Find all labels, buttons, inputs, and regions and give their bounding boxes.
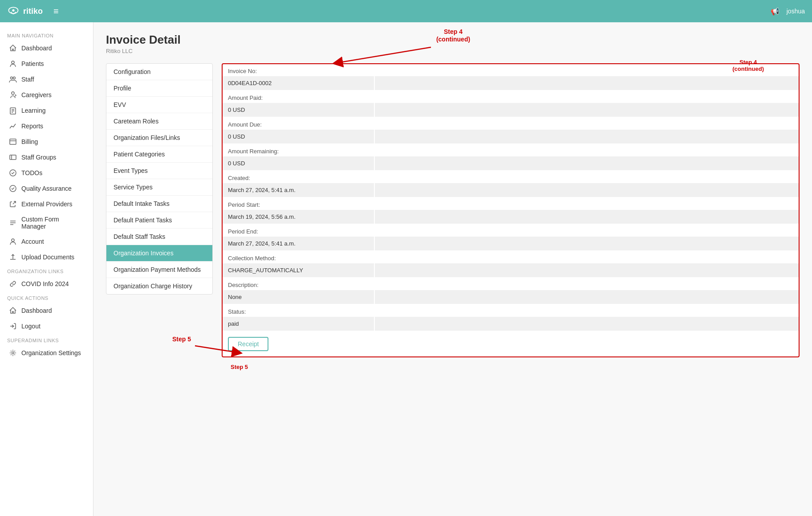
sidebar-item-upload-documents[interactable]: Upload Documents (2, 250, 91, 265)
app-logo[interactable]: ritiko (7, 5, 43, 17)
sidebar-item-org-settings[interactable]: Organization Settings (2, 345, 91, 360)
status-label: Status: (223, 305, 799, 317)
sidebar-dashboard-label: Dashboard (21, 45, 52, 52)
caregivers-icon (9, 91, 17, 99)
sidebar-item-qa-dashboard[interactable]: Dashboard (2, 303, 91, 318)
receipt-button[interactable]: Receipt (228, 337, 268, 351)
sidebar-item-external-providers[interactable]: External Providers (2, 197, 91, 212)
sidebar-reports-label: Reports (21, 123, 43, 130)
menu-item-service-types[interactable]: Service Types (106, 179, 212, 196)
staff-icon (9, 75, 17, 83)
menu-item-org-files[interactable]: Organization Files/Links (106, 130, 212, 146)
invoice-field-period-start: Period Start: March 19, 2024, 5:56 a.m. (223, 198, 799, 225)
sidebar: Main Navigation Dashboard Patients Staff… (0, 22, 93, 516)
sidebar-upload-label: Upload Documents (21, 254, 74, 261)
sidebar-covid-label: COVID Info 2024 (21, 280, 69, 287)
invoice-field-amount-paid: Amount Paid: 0 USD (223, 91, 799, 118)
sidebar-item-quality-assurance[interactable]: Quality Assurance (2, 181, 91, 196)
menu-item-careteam-roles[interactable]: Careteam Roles (106, 113, 212, 130)
sidebar-item-custom-form-manager[interactable]: Custom Form Manager (2, 212, 91, 233)
svg-point-3 (11, 77, 13, 79)
quick-actions-label: Quick Actions (0, 292, 93, 303)
description-label: Description: (223, 278, 799, 290)
sidebar-qa-dashboard-label: Dashboard (21, 307, 52, 314)
topbar-right: 📢 joshua (771, 7, 805, 16)
sidebar-org-settings-label: Organization Settings (21, 349, 81, 356)
sidebar-custom-form-label: Custom Form Manager (21, 216, 84, 230)
svg-rect-12 (10, 155, 16, 160)
menu-item-profile[interactable]: Profile (106, 80, 212, 97)
amount-due-value: 0 USD (223, 130, 374, 143)
period-start-value: March 19, 2024, 5:56 a.m. (223, 210, 374, 224)
sidebar-learning-label: Learning (21, 107, 46, 114)
period-start-extended (375, 210, 799, 224)
sidebar-staff-groups-label: Staff Groups (21, 154, 56, 161)
created-label: Created: (223, 171, 799, 183)
notification-icon[interactable]: 📢 (771, 7, 780, 16)
step5-annotation: Step 5 (231, 364, 248, 370)
sidebar-item-caregivers[interactable]: Caregivers (2, 87, 91, 102)
quality-assurance-icon (9, 184, 17, 192)
invoice-no-value: 0D04EA1D-0002 (223, 76, 374, 90)
amount-remaining-value: 0 USD (223, 156, 374, 170)
period-end-value: March 27, 2024, 5:41 a.m. (223, 237, 374, 250)
menu-item-patient-categories[interactable]: Patient Categories (106, 146, 212, 163)
sidebar-item-learning[interactable]: Learning (2, 103, 91, 118)
sidebar-item-patients[interactable]: Patients (2, 56, 91, 71)
amount-paid-value: 0 USD (223, 103, 374, 117)
account-icon (9, 238, 17, 246)
invoice-field-status: Status: paid (223, 305, 799, 332)
menu-item-org-invoices[interactable]: Organization Invoices (106, 245, 212, 262)
sidebar-item-staff[interactable]: Staff (2, 72, 91, 87)
custom-form-icon (9, 219, 17, 227)
page-title: Invoice Detail (106, 33, 800, 47)
home-icon (9, 44, 17, 52)
patients-icon (9, 60, 17, 68)
invoice-field-invoice-no: Invoice No: 0D04EA1D-0002 (223, 64, 799, 91)
menu-item-org-charge-history[interactable]: Organization Charge History (106, 278, 212, 294)
left-menu-panel: Configuration Profile EVV Careteam Roles… (106, 63, 213, 295)
sidebar-item-account[interactable]: Account (2, 234, 91, 249)
svg-point-22 (12, 352, 14, 354)
svg-line-16 (13, 201, 16, 204)
menu-item-org-payment-methods[interactable]: Organization Payment Methods (106, 262, 212, 278)
collection-method-value: CHARGE_AUTOMATICALLY (223, 263, 374, 277)
qa-dashboard-icon (9, 307, 17, 315)
invoice-field-amount-due: Amount Due: 0 USD (223, 118, 799, 144)
sidebar-account-label: Account (21, 238, 44, 245)
period-end-extended (375, 237, 799, 250)
menu-item-event-types[interactable]: Event Types (106, 163, 212, 179)
superadmin-label: Superadmin Links (0, 334, 93, 345)
sidebar-item-logout[interactable]: Logout (2, 319, 91, 334)
svg-rect-10 (10, 139, 16, 144)
invoice-no-extended (375, 76, 799, 90)
period-end-label: Period End: (223, 225, 799, 237)
sidebar-item-reports[interactable]: Reports (2, 119, 91, 134)
sidebar-item-billing[interactable]: Billing (2, 134, 91, 149)
menu-item-default-patient-tasks[interactable]: Default Patient Tasks (106, 212, 212, 229)
created-value: March 27, 2024, 5:41 a.m. (223, 183, 374, 197)
menu-icon[interactable]: ≡ (53, 6, 59, 16)
main-nav-label: Main Navigation (0, 29, 93, 40)
svg-point-20 (12, 239, 14, 242)
menu-item-default-intake-tasks[interactable]: Default Intake Tasks (106, 196, 212, 212)
step5-label: Step 5 (231, 364, 248, 370)
menu-item-configuration[interactable]: Configuration (106, 64, 212, 80)
menu-item-default-staff-tasks[interactable]: Default Staff Tasks (106, 229, 212, 245)
org-links-label: Organization Links (0, 265, 93, 276)
user-name: joshua (787, 8, 805, 15)
topbar: ritiko ≡ 📢 joshua (0, 0, 812, 22)
content-area: Invoice Detail Ritiko LLC Configuration … (93, 22, 812, 516)
description-value: None (223, 290, 374, 304)
invoice-field-period-end: Period End: March 27, 2024, 5:41 a.m. (223, 225, 799, 251)
sidebar-item-todos[interactable]: TODOs (2, 165, 91, 180)
menu-item-evv[interactable]: EVV (106, 97, 212, 113)
sidebar-item-covid[interactable]: COVID Info 2024 (2, 276, 91, 291)
svg-point-5 (12, 92, 14, 94)
collection-method-label: Collection Method: (223, 251, 799, 263)
sidebar-item-dashboard[interactable]: Dashboard (2, 41, 91, 56)
sidebar-caregivers-label: Caregivers (21, 91, 52, 98)
amount-remaining-label: Amount Remaining: (223, 144, 799, 156)
sidebar-item-staff-groups[interactable]: Staff Groups (2, 150, 91, 165)
receipt-area: Receipt (223, 332, 799, 356)
